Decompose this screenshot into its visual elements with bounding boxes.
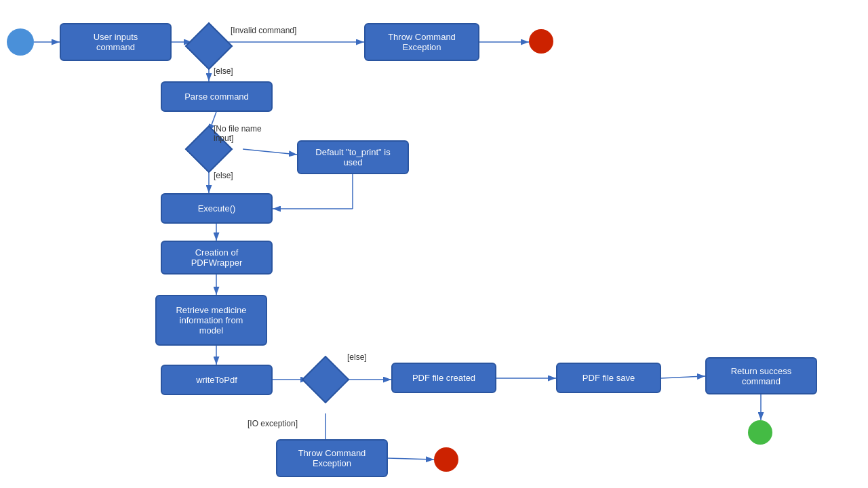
- svg-line-20: [388, 458, 434, 460]
- diamond-invalid-cmd: [192, 29, 226, 63]
- throw-cmd-exception-2: Throw Command Exception: [276, 439, 388, 477]
- creation-pdfwrapper-node: Creation of PDFWrapper: [161, 241, 273, 274]
- write-to-pdf-node: writeToPdf: [161, 365, 273, 395]
- start-node: [7, 28, 34, 56]
- retrieve-medicine-node: Retrieve medicine information from model: [155, 295, 267, 346]
- label-else1: [else]: [214, 66, 233, 76]
- execute-node: Execute(): [161, 193, 273, 224]
- return-success-node: Return success command: [705, 357, 817, 394]
- parse-command-node: Parse command: [161, 81, 273, 112]
- label-invalid-command: [Invalid command]: [231, 26, 296, 35]
- diamond-io-exception: [309, 363, 342, 396]
- label-else3: [else]: [347, 352, 367, 362]
- svg-line-17: [661, 376, 705, 378]
- svg-line-7: [243, 149, 297, 155]
- label-io-exception: [IO exception]: [248, 419, 298, 428]
- end-green-node: [748, 420, 772, 445]
- end-red-2: [434, 447, 458, 472]
- pdf-file-created-node: PDF file created: [391, 363, 496, 393]
- throw-cmd-exception-1: Throw Command Exception: [364, 23, 479, 61]
- default-toprint-node: Default "to_print" is used: [297, 140, 409, 174]
- label-else2: [else]: [214, 171, 233, 180]
- label-no-file-name: [No file name input]: [214, 124, 262, 143]
- diagram: User inputs command Throw Command Except…: [0, 0, 868, 488]
- user-inputs-node: User inputs command: [60, 23, 172, 61]
- pdf-file-save-node: PDF file save: [556, 363, 661, 393]
- end-red-1: [529, 29, 553, 54]
